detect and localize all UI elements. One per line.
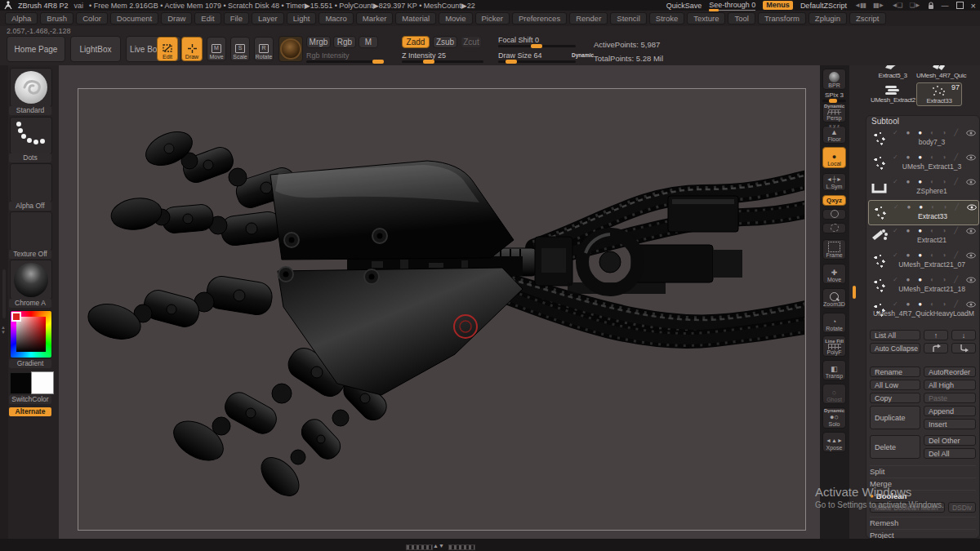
transp-button[interactable]: ◧ Transp — [822, 360, 846, 380]
zcut-button[interactable]: Zcut — [461, 36, 482, 48]
scroll-right-icon[interactable]: ▮▮► — [873, 2, 884, 9]
persp-button[interactable]: Dynamic Persp — [822, 103, 846, 122]
draw-size-slider[interactable]: Draw Size 64 — [498, 51, 576, 63]
local-button[interactable]: ● Local — [822, 147, 846, 168]
spix-slider[interactable]: SPix 3 — [822, 91, 846, 102]
r-toggle-button[interactable] — [822, 223, 846, 233]
copy-button[interactable]: Copy — [870, 393, 920, 403]
z-intensity-handle[interactable] — [423, 60, 434, 64]
subtool-row-0[interactable]: ✓●●◐◑╱ body7_3 — [868, 127, 978, 150]
subtool-row-6[interactable]: ✓●●◐◑╱ UMesh_Extract21_18 — [868, 273, 978, 297]
paste-button[interactable]: Paste — [924, 393, 976, 403]
xpose-button[interactable]: ◄▲► Xpose — [822, 432, 846, 452]
remesh-section[interactable]: Remesh — [870, 517, 976, 528]
append-button[interactable]: Append — [924, 406, 976, 416]
tray-divider-right[interactable] — [448, 544, 475, 550]
all-high-button[interactable]: All High — [924, 380, 976, 390]
move-mode-button[interactable]: M Move — [207, 37, 226, 61]
menus-toggle[interactable]: Menus — [763, 1, 793, 10]
split-section[interactable]: Split — [870, 465, 976, 477]
bpr-button[interactable]: BPR — [822, 69, 846, 90]
material-preview[interactable] — [278, 36, 303, 62]
rgb-intensity-slider[interactable]: Rgb Intensity — [306, 51, 384, 63]
default-zscript-button[interactable]: DefaultZScript — [800, 2, 847, 10]
copy-ui-icon[interactable]: ◄❏ — [891, 2, 902, 9]
menu-zplugin[interactable]: Zplugin — [808, 12, 847, 24]
menu-marker[interactable]: Marker — [356, 12, 394, 24]
subtool-down-button[interactable]: ↓ — [951, 330, 976, 340]
secondary-color-swatch[interactable] — [31, 371, 54, 394]
subtool-up-button[interactable]: ↑ — [924, 330, 948, 340]
qxyz-button[interactable]: Qxyz — [822, 195, 846, 206]
menu-document[interactable]: Document — [110, 12, 158, 24]
menu-alpha[interactable]: Alpha — [5, 12, 38, 24]
menu-picker[interactable]: Picker — [475, 12, 510, 24]
material-button[interactable] — [10, 260, 52, 300]
delete-button[interactable]: Delete — [870, 435, 920, 459]
menu-edit[interactable]: Edit — [194, 12, 220, 24]
tool-thumb-6[interactable]: UMesh_Extract2 — [871, 82, 915, 104]
autoreorder-button[interactable]: AutoReorder — [924, 367, 976, 377]
lock-icon[interactable] — [928, 2, 934, 10]
alternate-button[interactable]: Alternate — [9, 407, 51, 416]
subtool-row-5[interactable]: ✓●●◐◑╱ UMesh_Extract21_07 — [868, 249, 978, 273]
menu-render[interactable]: Render — [569, 12, 608, 24]
del-all-button[interactable]: Del All — [924, 448, 976, 459]
menu-movie[interactable]: Movie — [439, 12, 472, 24]
menu-texture[interactable]: Texture — [687, 12, 725, 24]
lsym-button[interactable]: ◄┼► L.Sym — [822, 173, 846, 191]
subtool-row-4[interactable]: ✓●●◐◑╱ Extract21 — [868, 224, 978, 248]
list-all-button[interactable]: List All — [870, 330, 920, 340]
mrgb-button[interactable]: Mrgb — [306, 36, 331, 48]
rgb-button[interactable]: Rgb — [333, 36, 356, 48]
duplicate-button[interactable]: Duplicate — [870, 406, 920, 429]
menu-preferences[interactable]: Preferences — [512, 12, 567, 24]
menu-transform[interactable]: Transform — [758, 12, 806, 24]
auto-collapse-button[interactable]: Auto Collapse — [870, 343, 920, 353]
tray-divider-left[interactable] — [406, 544, 433, 550]
menu-light[interactable]: Light — [287, 12, 317, 24]
paste-ui-icon[interactable]: ❏► — [909, 2, 920, 9]
alpha-button[interactable] — [10, 163, 52, 202]
polyframe-button[interactable]: Line Fill PolyF — [822, 335, 846, 357]
minimize-button[interactable]: — — [942, 2, 949, 10]
move-up-hierarchy-button[interactable] — [924, 343, 948, 353]
see-through-slider[interactable]: See-through 0 — [709, 1, 755, 11]
merge-section[interactable]: Merge — [870, 478, 976, 489]
rotate-mode-button[interactable]: R Rotate — [254, 37, 274, 61]
color-picker[interactable] — [10, 310, 52, 358]
rename-button[interactable]: Rename — [870, 367, 920, 377]
draw-size-handle[interactable] — [506, 60, 517, 64]
scale-mode-button[interactable]: S Scale — [230, 37, 250, 61]
rgb-intensity-handle[interactable] — [372, 60, 384, 64]
menu-material[interactable]: Material — [395, 12, 436, 24]
texture-button[interactable] — [10, 211, 52, 251]
stroke-type-button[interactable] — [10, 117, 52, 154]
menu-macro[interactable]: Macro — [318, 12, 353, 24]
boolean-section[interactable]: ● Boolean — [870, 490, 976, 501]
zoom3d-button[interactable]: Zoom3D — [822, 288, 846, 309]
solo-button[interactable]: Dynamic ●○ Solo — [822, 407, 846, 429]
del-other-button[interactable]: Del Other — [924, 435, 976, 446]
menu-zscript[interactable]: Zscript — [849, 12, 886, 24]
menu-stroke[interactable]: Stroke — [649, 12, 684, 24]
p-toggle-button[interactable] — [822, 209, 846, 220]
subtool-row-1[interactable]: ✓●●◐◑╱ UMesh_Extract1_3 — [868, 151, 978, 175]
frame-button[interactable]: Frame — [822, 239, 846, 260]
main-color-swatch[interactable] — [10, 372, 32, 394]
focal-shift-slider[interactable]: Focal Shift 0 — [498, 36, 576, 47]
menu-draw[interactable]: Draw — [161, 12, 192, 24]
quicksave-button[interactable]: QuickSave — [666, 2, 702, 10]
ghost-button[interactable]: ○ Ghost — [822, 384, 846, 404]
move-canvas-button[interactable]: ✚ Move — [822, 264, 846, 284]
close-button[interactable]: × — [971, 1, 976, 11]
z-intensity-slider[interactable]: Z Intensity 25 — [402, 51, 483, 63]
menu-brush[interactable]: Brush — [40, 12, 74, 24]
left-tray-scrollbar[interactable]: ▲▼ — [0, 65, 8, 539]
panel-scroll-marker[interactable] — [853, 286, 856, 299]
see-through-handle[interactable] — [709, 9, 719, 11]
menu-file[interactable]: File — [224, 12, 249, 24]
tray-divider-arrows[interactable]: ▲▼ — [433, 543, 444, 549]
subtool-row-3-selected[interactable]: ✓●●◐◑╱ Extract33 — [868, 200, 979, 225]
subtool-row-7[interactable]: ✓●●◐◑╱ UMesh_4R7_QuickHeavyLoadM — [868, 298, 978, 322]
